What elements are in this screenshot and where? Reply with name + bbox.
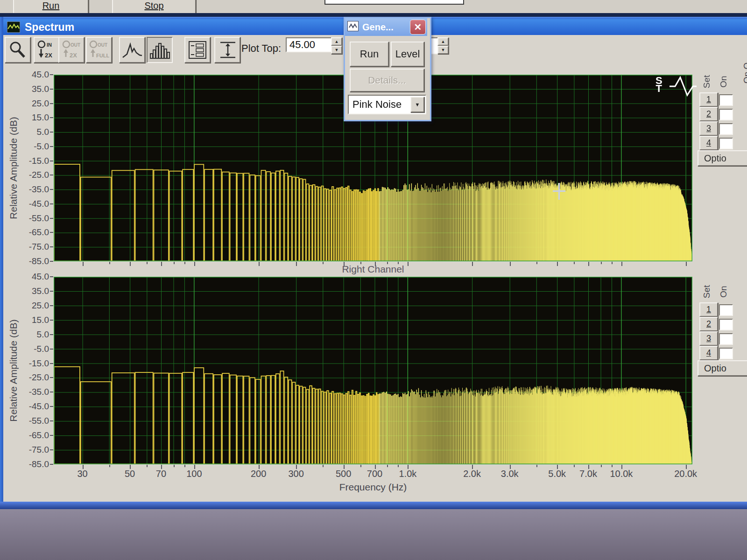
background-partial-field[interactable] [324,0,464,5]
preset-checkbox-3[interactable] [719,333,733,345]
zoom-out-full-button[interactable]: OUT FULL [86,37,112,63]
x-tick-label: 300 [288,469,303,479]
preset-button-2[interactable]: 2 [699,317,718,331]
frequency-axis-label: Frequency (Hz) [54,482,692,493]
svg-text:OUT: OUT [70,42,80,48]
preset-checkbox-4[interactable] [719,138,733,149]
y-tick-mark [50,291,53,292]
x-minor-tick [184,262,185,264]
preset-button-3[interactable]: 3 [699,121,718,136]
y-tick-label: 25.0 [15,301,49,311]
y-tick-label: -45.0 [15,199,49,209]
x-tick-label: 3.0k [501,469,519,479]
y-tick-label: -35.0 [15,184,49,195]
y-tick-mark [50,435,53,436]
y-tick-label: -15.0 [15,156,49,166]
y-tick-label: -65.0 [15,227,49,238]
y-tick-label: -25.0 [15,170,49,180]
preset-button-3[interactable]: 3 [699,331,718,346]
preset-checkbox-2[interactable] [719,319,733,330]
y-tick-mark [50,261,53,262]
plot-top-input[interactable] [286,37,335,52]
x-minor-tick [574,465,575,467]
x-minor-tick [174,262,175,264]
zoom-out-2x-button[interactable]: OUT 2X [58,37,85,63]
preset-button-1[interactable]: 1 [699,302,718,317]
y-tick-mark [50,392,53,392]
x-tick-mark [686,262,687,266]
y-tick-mark [50,349,53,350]
x-tick-label: 2.0k [463,469,481,479]
preset-button-1[interactable]: 1 [699,92,718,107]
y-tick-mark [50,334,53,335]
x-minor-tick [536,262,537,264]
hidden-spinner-down[interactable]: ▼ [437,46,449,54]
y-tick-label: 5.0 [15,127,49,137]
preset-button-4[interactable]: 4 [699,136,718,150]
set-column-label: Set [702,281,712,302]
magnifier-in-2x-icon: IN 2X [36,40,57,60]
x-tick-label: 200 [251,469,266,479]
bar-plot-mode-button[interactable] [147,37,173,63]
plot-top-spinner-down[interactable]: ▼ [331,46,342,54]
y-tick-label: -5.0 [15,344,49,354]
options-button[interactable]: Optio [698,150,747,166]
preset-checkbox-1[interactable] [719,304,733,316]
x-tick-mark [344,262,345,266]
zoom-in-2x-button[interactable]: IN 2X [34,37,60,63]
y-tick-label: 5.0 [15,329,49,340]
vertical-scale-button[interactable] [214,37,240,63]
x-tick-label: 30 [78,469,88,479]
x-tick-label: 70 [156,469,166,479]
preset-checkbox-1[interactable] [719,94,733,106]
y-tick-label: -75.0 [15,242,49,252]
generator-signal-dropdown-button[interactable]: ▼ [410,97,424,112]
x-tick-mark [83,262,84,266]
list-settings-icon [187,40,208,60]
generator-details-button[interactable]: Details... [350,69,424,92]
spectrum-app-icon [7,21,20,33]
options-button[interactable]: Optio [698,360,747,376]
hidden-spinner-up[interactable]: ▲ [437,37,449,46]
background-run-button[interactable]: Run [13,0,89,14]
y-tick-mark [50,117,53,118]
generator-run-label: Run [360,48,379,60]
magnifier-out-full-icon: OUT FULL [88,40,110,60]
x-tick-mark [259,262,260,266]
zoom-button[interactable] [5,37,31,63]
y-tick-label: 45.0 [15,70,49,80]
y-tick-mark [50,189,53,190]
generator-signal-select[interactable]: Pink Noise ▼ [348,95,426,114]
background-stop-button[interactable]: Stop [112,0,196,14]
set-column-label: Set [702,71,712,92]
x-tick-label: 7.0k [579,469,597,479]
generator-run-button[interactable]: Run [350,42,389,67]
generator-titlebar[interactable]: Gene... ✕ [345,18,427,36]
line-plot-mode-button[interactable] [119,37,145,63]
y-tick-mark [50,175,53,175]
preset-checkbox-2[interactable] [719,109,733,120]
x-minor-tick [387,262,388,264]
x-tick-label: 5.0k [548,469,566,479]
generator-signal-value: Pink Noise [352,98,410,111]
display-options-button[interactable] [184,37,211,63]
generator-level-label: Level [395,48,420,60]
preset-button-2[interactable]: 2 [699,107,718,121]
generator-close-button[interactable]: ✕ [410,20,426,35]
sine-wave-icon [669,75,698,98]
y-tick-mark [50,406,53,407]
corner-clipped-label: On O [742,46,747,84]
y-tick-mark [50,246,53,247]
y-tick-label: 15.0 [15,112,49,123]
generator-level-button[interactable]: Level [391,42,424,67]
x-tick-mark [557,262,558,266]
crosshair-cursor [551,183,568,200]
st-logo: S T [655,77,662,92]
plot-top-spinner-up[interactable]: ▲ [331,37,342,46]
preset-checkbox-4[interactable] [719,348,733,359]
spectrum-plot-bottom[interactable] [54,277,692,464]
svg-text:2X: 2X [70,52,77,59]
preset-button-4[interactable]: 4 [699,346,718,360]
x-tick-label: 10.0k [610,469,633,479]
preset-checkbox-3[interactable] [719,123,733,135]
